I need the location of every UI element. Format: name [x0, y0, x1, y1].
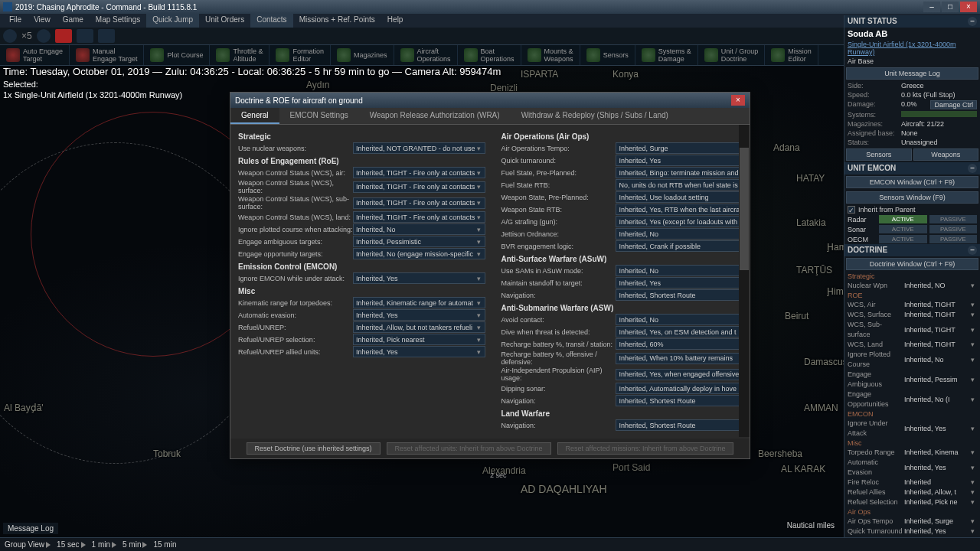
avoid-select[interactable]: Inherited, No▾: [616, 314, 739, 325]
menu-contacts[interactable]: Contacts: [250, 14, 292, 28]
dialog-titlebar[interactable]: Doctrine & ROE for aircraft on ground ×: [230, 93, 750, 108]
group-view-button[interactable]: Group View: [5, 540, 51, 549]
unit-type-link[interactable]: Single-Unit Airfield (1x 3201-4000m Runw…: [844, 40, 980, 57]
nukes-select[interactable]: Inherited, NOT GRANTED - do not use▾: [353, 142, 485, 154]
ignore-plot-select[interactable]: Inherited, No▾: [353, 223, 485, 235]
btn-auto-engage[interactable]: Auto EngageTarget: [0, 45, 70, 65]
nav-land-select[interactable]: Inherited, Shortest Route▾: [616, 419, 739, 431]
btn-plot-course[interactable]: Plot Course: [144, 45, 210, 65]
dmg-ctrl-button[interactable]: Damage Ctrl: [930, 100, 977, 109]
step-15s-button[interactable]: 15 sec: [57, 540, 85, 549]
airops-tempo-select[interactable]: Inherited, Surge▾: [616, 142, 739, 154]
radar-active[interactable]: ACTIVE: [879, 215, 927, 223]
inherit-checkbox[interactable]: ✓: [848, 206, 855, 214]
tab-emcon[interactable]: EMCON Settings: [279, 108, 359, 124]
standoff-select[interactable]: Inherited, Yes▾: [616, 277, 739, 289]
btn-magazines[interactable]: Magazines: [331, 45, 394, 65]
menu-unitorders[interactable]: Unit Orders: [199, 14, 250, 28]
window-min-button[interactable]: –: [923, 2, 940, 12]
ign-emcon-select[interactable]: Inherited, Yes▾: [353, 272, 485, 284]
wcs-surf-select[interactable]: Inherited, TIGHT - Fire only at contacts…: [353, 181, 485, 193]
window-max-button[interactable]: □: [942, 2, 959, 12]
collapse-icon[interactable]: –: [968, 246, 977, 255]
menu-file[interactable]: File: [3, 14, 28, 28]
message-log-button[interactable]: Message Log: [3, 523, 58, 534]
dialog-close-button[interactable]: ×: [731, 95, 745, 106]
step-1m-button[interactable]: 1 min: [92, 540, 116, 549]
radar-passive[interactable]: PASSIVE: [929, 215, 978, 223]
btn-boat-ops[interactable]: BoatOperations: [458, 45, 521, 65]
sensors-button[interactable]: Sensors: [846, 148, 912, 161]
sensors-window-button[interactable]: Sensors Window (F9): [846, 191, 978, 204]
btn-aircraft-ops[interactable]: AircraftOperations: [394, 45, 458, 65]
wcs-land-select[interactable]: Inherited, TIGHT - Fire only at contacts…: [353, 211, 485, 223]
tool-icon-1[interactable]: [77, 29, 93, 43]
menu-game[interactable]: Game: [57, 14, 90, 28]
recharge-t-select[interactable]: Inherited, 60%▾: [616, 338, 739, 350]
wcs-sub-select[interactable]: Inherited, TIGHT - Fire only at contacts…: [353, 197, 485, 209]
strafe-select[interactable]: Inherited, Yes (except for loadouts with…: [616, 216, 739, 227]
doctrine-window-button[interactable]: Doctrine Window (Ctrl + F9): [846, 258, 978, 270]
scrollbar-thumb[interactable]: [740, 148, 749, 270]
refuel-ally-select[interactable]: Inherited, Yes▾: [353, 346, 485, 357]
fuel-pre-select[interactable]: Inherited, Bingo: terminate mission and▾: [616, 167, 739, 178]
oecm-active[interactable]: ACTIVE: [879, 235, 927, 243]
dive-select[interactable]: Inherited, Yes, on ESM detection and t▾: [616, 326, 739, 337]
nav-asw-select[interactable]: Inherited, Shortest Route▾: [616, 395, 739, 406]
fuel-rtb-select[interactable]: No, units do not RTB when fuel state is▾: [616, 179, 739, 191]
step-5m-button[interactable]: 5 min: [122, 540, 147, 549]
oecm-passive[interactable]: PASSIVE: [929, 235, 978, 243]
refuel-sel-select[interactable]: Inherited, Pick nearest▾: [353, 334, 485, 345]
quick-turn-select[interactable]: Inherited, Yes▾: [616, 155, 739, 166]
menu-mapsettings[interactable]: Map Settings: [90, 14, 146, 28]
btn-manual-engage[interactable]: ManualEngage Target: [70, 45, 144, 65]
aip-select[interactable]: Inherited, Yes, when engaged offensive▾: [616, 369, 739, 380]
recharge-o-select[interactable]: Inherited, When 10% battery remains▾: [616, 353, 739, 364]
sonar-passive[interactable]: PASSIVE: [929, 225, 978, 233]
dip-select[interactable]: Inherited, Automatically deploy in hove▾: [616, 383, 739, 394]
btn-sensors[interactable]: Sensors: [580, 45, 635, 65]
emcon-window-button[interactable]: EMCON Window (Ctrl + F9): [846, 176, 978, 188]
refuel-select[interactable]: Inherited, Allow, but not tankers refuel…: [353, 321, 485, 333]
wpn-rtb-select[interactable]: Inherited, Yes, RTB when the last aircra…: [616, 204, 739, 215]
collapse-icon[interactable]: –: [968, 17, 977, 26]
refresh-icon[interactable]: [3, 29, 17, 43]
menu-quickjump[interactable]: Quick Jump: [146, 14, 199, 28]
btn-doctrine[interactable]: Unit / GroupDoctrine: [698, 45, 766, 65]
window-close-button[interactable]: ×: [960, 2, 977, 12]
jettison-select[interactable]: Inherited, No▾: [616, 228, 739, 240]
btn-throttle[interactable]: Throttle &Altitude: [210, 45, 270, 65]
reset-doctrine-button[interactable]: Reset Doctrine (use inherited settings): [247, 442, 381, 455]
eng-ambig-select[interactable]: Inherited, Pessimistic▾: [353, 236, 485, 247]
nav-asuw-select[interactable]: Inherited, Shortest Route▾: [616, 289, 739, 301]
menu-view[interactable]: View: [28, 14, 57, 28]
reset-missions-button[interactable]: Reset affected missions: Inherit from ab…: [557, 442, 734, 455]
tool-icon-2[interactable]: [98, 29, 115, 43]
step-15m-button[interactable]: 15 min: [153, 540, 176, 549]
btn-systems[interactable]: Systems &Damage: [635, 45, 698, 65]
tab-withdraw[interactable]: Withdraw & Redeploy (Ships / Subs / Land…: [511, 108, 679, 124]
sonar-active[interactable]: ACTIVE: [879, 225, 927, 233]
btn-formation[interactable]: FormationEditor: [270, 45, 331, 65]
bvr-select[interactable]: Inherited, Crank if possible▾: [616, 240, 739, 252]
sams-select[interactable]: Inherited, No▾: [616, 265, 739, 276]
collapse-icon[interactable]: –: [968, 164, 977, 173]
tab-general[interactable]: General: [230, 108, 279, 124]
btn-mounts[interactable]: Mounts &Weapons: [521, 45, 580, 65]
play-icon[interactable]: [37, 29, 51, 43]
record-icon[interactable]: [55, 29, 72, 43]
wpn-pre-select[interactable]: Inherited, Use loadout setting▾: [616, 191, 739, 203]
tab-wra[interactable]: Weapon Release Authorization (WRA): [359, 108, 511, 124]
dialog-scrollbar[interactable]: [739, 125, 750, 437]
menu-missions[interactable]: Missions + Ref. Points: [293, 14, 381, 28]
chevron-down-icon[interactable]: ▾: [971, 281, 977, 291]
reset-units-button[interactable]: Reset affected units: Inherit from above…: [387, 442, 551, 455]
auto-ev-select[interactable]: Inherited, Yes▾: [353, 309, 485, 321]
wcs-air-select[interactable]: Inherited, TIGHT - Fire only at contacts…: [353, 167, 485, 178]
btn-mission-editor[interactable]: MissionEditor: [765, 45, 818, 65]
menu-help[interactable]: Help: [381, 14, 410, 28]
eng-opp-select[interactable]: Inherited, No (engage mission-specific▾: [353, 248, 485, 259]
unit-msg-log-button[interactable]: Unit Message Log: [846, 67, 978, 80]
weapons-button[interactable]: Weapons: [913, 148, 979, 161]
kin-rng-select[interactable]: Inherited, Kinematic range for automat▾: [353, 297, 485, 308]
